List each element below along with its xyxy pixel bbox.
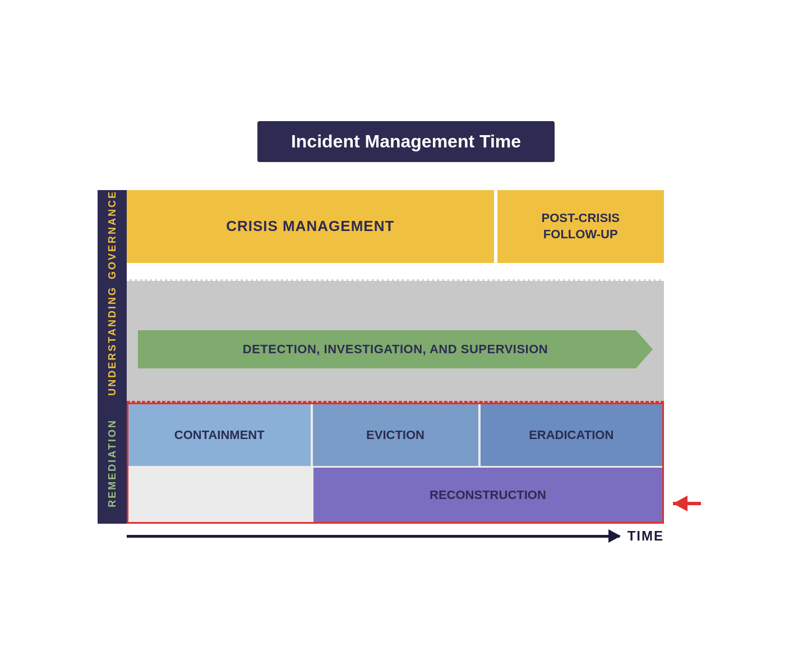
red-arrow-icon [673, 497, 712, 510]
governance-content-col: CRISIS MANAGEMENT POST-CRISISFOLLOW-UP [127, 190, 664, 279]
right-side [664, 190, 714, 544]
diagram-wrapper: Incident Management Time GOVERNANCE CRIS… [98, 121, 714, 544]
crisis-management-box: CRISIS MANAGEMENT [127, 190, 494, 263]
eradication-label: ERADICATION [529, 428, 613, 442]
remediation-row: REMEDIATION CONTAINMENT EVICTION ERADICA… [98, 403, 664, 524]
remediation-label-col: REMEDIATION [98, 403, 127, 524]
eviction-box: EVICTION [311, 404, 478, 466]
remediation-content: CONTAINMENT EVICTION ERADICATION RECONST… [127, 403, 664, 524]
chart-main: GOVERNANCE CRISIS MANAGEMENT POST-CRISIS… [98, 190, 664, 544]
detection-arrow: DETECTION, INVESTIGATION, AND SUPERVISIO… [138, 330, 653, 368]
containment-box: CONTAINMENT [128, 404, 311, 466]
time-axis-line [127, 535, 620, 538]
governance-label: GOVERNANCE [107, 190, 118, 279]
remediation-label: REMEDIATION [107, 419, 118, 507]
reconstruction-spacer [128, 468, 311, 522]
remediation-top-row: CONTAINMENT EVICTION ERADICATION [128, 404, 662, 466]
detection-arrow-row: DETECTION, INVESTIGATION, AND SUPERVISIO… [127, 313, 664, 368]
understanding-label-col: UNDERSTANDING [98, 279, 127, 403]
understanding-content-col: DETECTION, INVESTIGATION, AND SUPERVISIO… [127, 279, 664, 403]
eradication-box: ERADICATION [478, 404, 663, 466]
reconstruction-box: RECONSTRUCTION [311, 468, 662, 522]
governance-content: CRISIS MANAGEMENT POST-CRISISFOLLOW-UP [127, 190, 664, 263]
remediation-bottom-row: RECONSTRUCTION [128, 466, 662, 522]
understanding-content: DETECTION, INVESTIGATION, AND SUPERVISIO… [127, 279, 664, 403]
time-label: TIME [628, 528, 664, 544]
time-axis-row: TIME [98, 528, 664, 544]
detection-label: DETECTION, INVESTIGATION, AND SUPERVISIO… [243, 342, 548, 357]
containment-label: CONTAINMENT [174, 428, 265, 442]
understanding-label: UNDERSTANDING [107, 286, 118, 396]
crisis-management-label: CRISIS MANAGEMENT [226, 218, 394, 235]
governance-label-col: GOVERNANCE [98, 190, 127, 279]
understanding-row: UNDERSTANDING DETECTION, INVESTIGATION, … [98, 279, 664, 403]
chart-title: Incident Management Time [257, 121, 555, 162]
governance-row: GOVERNANCE CRISIS MANAGEMENT POST-CRISIS… [98, 190, 664, 279]
post-crisis-box: POST-CRISISFOLLOW-UP [494, 190, 665, 263]
reconstruction-label: RECONSTRUCTION [430, 488, 546, 502]
chart-and-arrow: GOVERNANCE CRISIS MANAGEMENT POST-CRISIS… [98, 190, 714, 544]
eviction-label: EVICTION [366, 428, 425, 442]
dashed-divider-top [127, 279, 664, 281]
post-crisis-label: POST-CRISISFOLLOW-UP [542, 210, 620, 242]
